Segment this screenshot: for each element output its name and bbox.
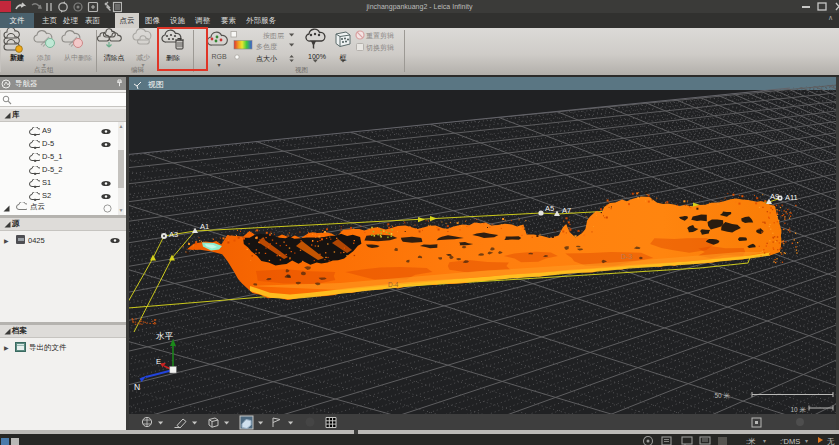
svg-text:▾: ▾ <box>763 438 766 444</box>
svg-text::'DMS: :'DMS <box>780 437 800 445</box>
svg-text:D-4: D-4 <box>388 281 399 288</box>
svg-text:D-3: D-3 <box>621 253 632 260</box>
svg-text:A5: A5 <box>545 204 554 213</box>
svg-text:A11: A11 <box>785 193 798 202</box>
svg-text:A3: A3 <box>169 230 178 239</box>
svg-text:无: 无 <box>827 437 835 445</box>
svg-text:A1: A1 <box>200 222 209 231</box>
svg-text:E: E <box>156 357 161 366</box>
svg-text:50 米: 50 米 <box>714 392 730 399</box>
svg-text:N: N <box>134 382 140 392</box>
svg-text:▾: ▾ <box>805 438 808 444</box>
svg-text:10 米: 10 米 <box>790 406 806 413</box>
svg-text:水平: 水平 <box>156 331 174 341</box>
svg-text:A9: A9 <box>770 192 779 201</box>
svg-text:A7: A7 <box>562 206 571 215</box>
svg-text:视图: 视图 <box>147 80 164 89</box>
svg-text::米: :米 <box>746 437 756 445</box>
